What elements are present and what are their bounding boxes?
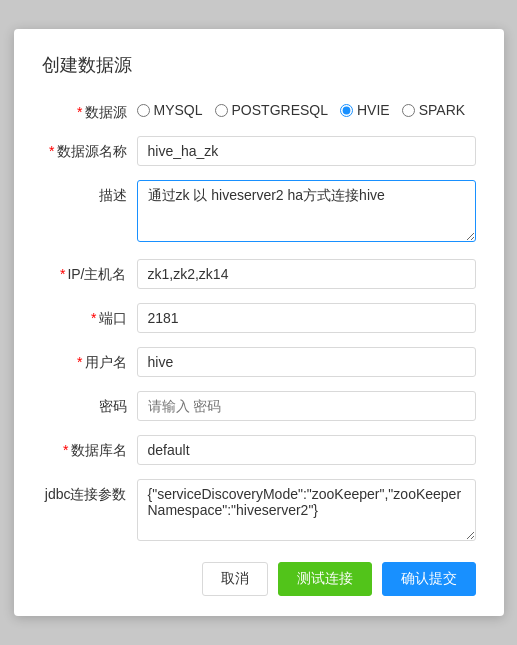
datasource-type-row: *数据源 MYSQL POSTGRESQL HVIE SPARK <box>42 97 476 122</box>
radio-postgresql-input[interactable] <box>215 104 228 117</box>
radio-mysql-input[interactable] <box>137 104 150 117</box>
desc-row: 描述 通过zk 以 <span class="desc-link">hivese… <box>42 180 476 245</box>
radio-postgresql[interactable]: POSTGRESQL <box>215 102 328 118</box>
required-indicator: * <box>77 104 82 120</box>
radio-hvie[interactable]: HVIE <box>340 102 390 118</box>
desc-label: 描述 <box>42 180 137 205</box>
required-indicator: * <box>49 143 54 159</box>
password-label: 密码 <box>42 391 137 416</box>
desc-textarea[interactable]: 通过zk 以 <span class="desc-link">hiveserve… <box>137 180 476 242</box>
port-row: *端口 <box>42 303 476 333</box>
db-field-container <box>137 435 476 465</box>
name-field-container <box>137 136 476 166</box>
user-row: *用户名 <box>42 347 476 377</box>
port-field-container <box>137 303 476 333</box>
user-label: *用户名 <box>42 347 137 372</box>
radio-spark[interactable]: SPARK <box>402 102 465 118</box>
form-footer: 取消 测试连接 确认提交 <box>42 562 476 596</box>
radio-mysql[interactable]: MYSQL <box>137 102 203 118</box>
password-row: 密码 <box>42 391 476 421</box>
db-row: *数据库名 <box>42 435 476 465</box>
required-indicator: * <box>91 310 96 326</box>
radio-mysql-label: MYSQL <box>154 102 203 118</box>
create-datasource-dialog: 创建数据源 *数据源 MYSQL POSTGRESQL HVIE SPARK <box>14 29 504 616</box>
port-input[interactable] <box>137 303 476 333</box>
dialog-title: 创建数据源 <box>42 53 476 77</box>
confirm-submit-button[interactable]: 确认提交 <box>382 562 476 596</box>
radio-spark-label: SPARK <box>419 102 465 118</box>
user-field-container <box>137 347 476 377</box>
name-input[interactable] <box>137 136 476 166</box>
password-field-container <box>137 391 476 421</box>
desc-field-container: 通过zk 以 <span class="desc-link">hiveserve… <box>137 180 476 245</box>
radio-spark-input[interactable] <box>402 104 415 117</box>
port-label: *端口 <box>42 303 137 328</box>
radio-hvie-label: HVIE <box>357 102 390 118</box>
ip-row: *IP/主机名 <box>42 259 476 289</box>
name-label: *数据源名称 <box>42 136 137 161</box>
test-connection-button[interactable]: 测试连接 <box>278 562 372 596</box>
datasource-type-options: MYSQL POSTGRESQL HVIE SPARK <box>137 97 476 118</box>
required-indicator: * <box>63 442 68 458</box>
db-label: *数据库名 <box>42 435 137 460</box>
ip-input[interactable] <box>137 259 476 289</box>
jdbc-textarea[interactable] <box>137 479 476 541</box>
required-indicator: * <box>77 354 82 370</box>
radio-postgresql-label: POSTGRESQL <box>232 102 328 118</box>
password-input[interactable] <box>137 391 476 421</box>
jdbc-label: jdbc连接参数 <box>42 479 137 504</box>
ip-label: *IP/主机名 <box>42 259 137 284</box>
jdbc-row: jdbc连接参数 <box>42 479 476 544</box>
cancel-button[interactable]: 取消 <box>202 562 268 596</box>
radio-hvie-input[interactable] <box>340 104 353 117</box>
required-indicator: * <box>60 266 65 282</box>
db-input[interactable] <box>137 435 476 465</box>
jdbc-field-container <box>137 479 476 544</box>
datasource-type-label: *数据源 <box>42 97 137 122</box>
ip-field-container <box>137 259 476 289</box>
name-row: *数据源名称 <box>42 136 476 166</box>
user-input[interactable] <box>137 347 476 377</box>
